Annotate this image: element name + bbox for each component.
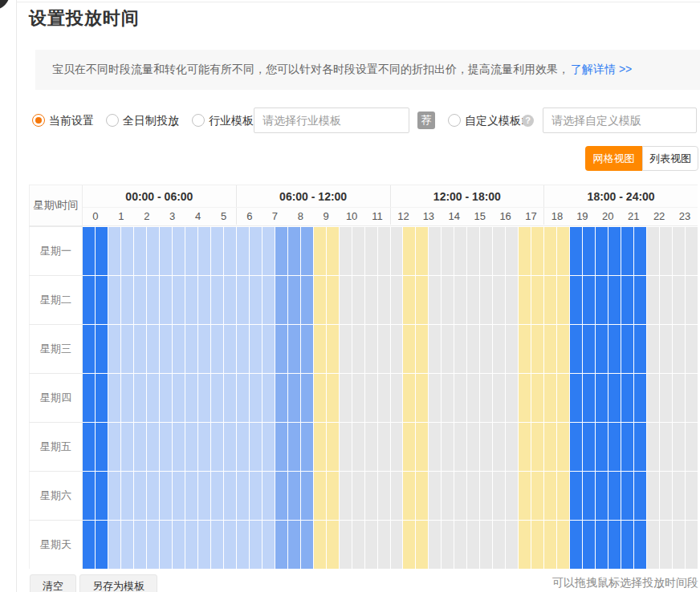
time-cell[interactable] [134, 276, 146, 324]
time-cell[interactable] [519, 521, 531, 569]
time-cell[interactable] [634, 521, 646, 569]
time-cell[interactable] [416, 423, 428, 471]
time-cell[interactable] [647, 276, 659, 324]
time-cell[interactable] [506, 374, 518, 422]
time-cell[interactable] [583, 325, 595, 373]
time-cell[interactable] [493, 423, 505, 471]
time-cell[interactable] [480, 325, 492, 373]
time-cell[interactable] [262, 325, 275, 373]
time-cell[interactable] [96, 227, 108, 275]
time-cell[interactable] [570, 521, 582, 569]
time-cell[interactable] [134, 423, 146, 471]
time-cell[interactable] [224, 423, 236, 471]
time-cell[interactable] [416, 374, 428, 422]
time-cell[interactable] [340, 374, 352, 422]
time-cell[interactable] [416, 325, 428, 373]
time-cell[interactable] [608, 374, 621, 422]
radio-current-setting[interactable] [32, 114, 45, 127]
time-cell[interactable] [673, 276, 685, 324]
time-cell[interactable] [621, 276, 633, 324]
time-cell[interactable] [467, 374, 479, 422]
time-cell[interactable] [557, 374, 569, 422]
time-cell[interactable] [480, 423, 492, 471]
time-cell[interactable] [198, 227, 210, 275]
time-cell[interactable] [147, 276, 159, 324]
time-cell[interactable] [686, 227, 698, 275]
time-cell[interactable] [621, 374, 633, 422]
time-cell[interactable] [340, 521, 352, 569]
time-cell[interactable] [416, 276, 428, 324]
time-cell[interactable] [237, 521, 249, 569]
time-cell[interactable] [352, 472, 364, 520]
time-cell[interactable] [660, 374, 672, 422]
time-cell[interactable] [83, 423, 95, 471]
time-cell[interactable] [416, 521, 428, 569]
time-cell[interactable] [185, 374, 197, 422]
time-cell[interactable] [621, 325, 633, 373]
time-cell[interactable] [454, 325, 466, 373]
time-cell[interactable] [83, 472, 95, 520]
time-cell[interactable] [108, 472, 120, 520]
time-cell[interactable] [686, 374, 698, 422]
time-cell[interactable] [198, 472, 210, 520]
time-cell[interactable] [288, 325, 300, 373]
time-cell[interactable] [211, 472, 223, 520]
time-cell[interactable] [660, 423, 672, 471]
time-cell[interactable] [237, 423, 249, 471]
time-cell[interactable] [673, 227, 685, 275]
time-cell[interactable] [378, 472, 390, 520]
time-cell[interactable] [147, 423, 159, 471]
time-cell[interactable] [403, 374, 415, 422]
time-cell[interactable] [121, 423, 133, 471]
time-cell[interactable] [198, 374, 210, 422]
time-cell[interactable] [634, 374, 646, 422]
time-cell[interactable] [647, 472, 659, 520]
time-cell[interactable] [173, 374, 185, 422]
time-cell[interactable] [288, 423, 300, 471]
list-view-button[interactable]: 列表视图 [642, 146, 698, 171]
time-cell[interactable] [544, 227, 556, 275]
time-cell[interactable] [147, 472, 159, 520]
time-cell[interactable] [160, 472, 172, 520]
time-cell[interactable] [301, 276, 313, 324]
radio-full-day-label[interactable]: 全日制投放 [123, 107, 179, 133]
time-cell[interactable] [224, 472, 236, 520]
time-cell[interactable] [340, 472, 352, 520]
time-cell[interactable] [185, 276, 197, 324]
time-cell[interactable] [327, 227, 339, 275]
time-cell[interactable] [250, 472, 262, 520]
time-cell[interactable] [314, 521, 326, 569]
time-cell[interactable] [301, 374, 313, 422]
time-cell[interactable] [583, 423, 595, 471]
time-cell[interactable] [224, 521, 236, 569]
time-cell[interactable] [250, 423, 262, 471]
time-cell[interactable] [378, 227, 390, 275]
time-cell[interactable] [647, 325, 659, 373]
time-cell[interactable] [83, 521, 95, 569]
industry-template-select[interactable] [254, 107, 409, 133]
radio-industry-template-label[interactable]: 行业模板: [209, 107, 257, 133]
time-cell[interactable] [121, 521, 133, 569]
time-cell[interactable] [544, 472, 556, 520]
time-cell[interactable] [557, 227, 569, 275]
time-cell[interactable] [673, 325, 685, 373]
time-cell[interactable] [596, 521, 608, 569]
time-cell[interactable] [262, 472, 275, 520]
time-cell[interactable] [493, 325, 505, 373]
time-cell[interactable] [250, 521, 262, 569]
time-cell[interactable] [250, 276, 262, 324]
time-cell[interactable] [570, 423, 582, 471]
time-cell[interactable] [327, 521, 339, 569]
time-cell[interactable] [621, 521, 633, 569]
time-cell[interactable] [301, 227, 313, 275]
time-cell[interactable] [391, 276, 403, 324]
time-cell[interactable] [185, 423, 197, 471]
time-cell[interactable] [429, 472, 441, 520]
time-cell[interactable] [660, 227, 672, 275]
time-cell[interactable] [83, 227, 95, 275]
time-cell[interactable] [442, 276, 454, 324]
time-cell[interactable] [608, 227, 621, 275]
time-cell[interactable] [198, 521, 210, 569]
radio-current-setting-label[interactable]: 当前设置 [49, 107, 94, 133]
time-cell[interactable] [583, 521, 595, 569]
